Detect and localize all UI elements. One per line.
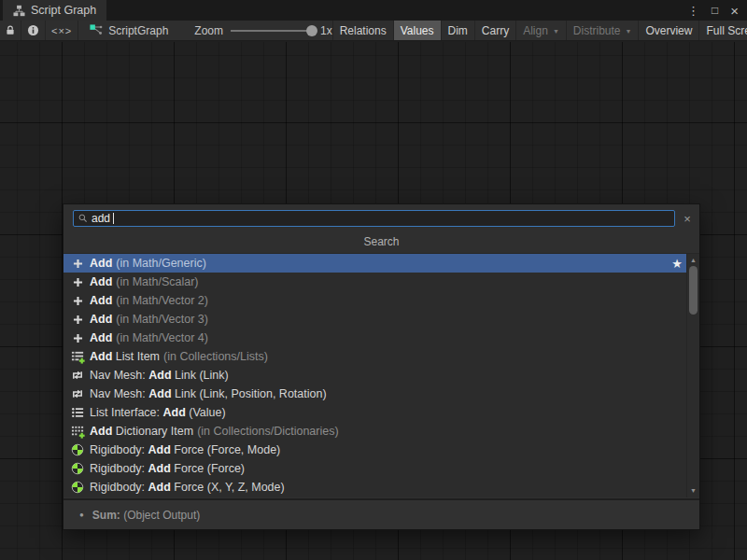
list-icon <box>70 405 85 420</box>
add-dictionary-icon <box>70 424 85 439</box>
search-value: add <box>92 212 110 225</box>
result-row[interactable]: Add List Item(in Collections/Lists) <box>63 347 699 366</box>
menu-icon[interactable]: ⋮ <box>687 5 699 17</box>
toolbar-button-relations[interactable]: Relations <box>332 21 393 40</box>
plus-icon <box>70 330 85 345</box>
result-row[interactable]: Add(in Math/Generic) ★ <box>63 254 699 273</box>
toolbar-button-full-screen[interactable]: Full Screen <box>698 21 747 40</box>
zoom-slider[interactable] <box>231 30 313 32</box>
info-icon <box>27 24 39 36</box>
plus-icon <box>70 274 85 289</box>
scrollbar-thumb[interactable] <box>689 266 698 315</box>
graph-name-label: ScriptGraph <box>108 24 168 37</box>
scrollbar[interactable]: ▲ ▼ <box>686 253 699 497</box>
result-row[interactable]: Rigidbody: Add Force (Force, Mode) <box>63 441 699 459</box>
plus-icon <box>70 256 85 271</box>
result-row[interactable]: Add Dictionary Item(in Collections/Dicti… <box>63 422 699 441</box>
chevron-down-icon: ▼ <box>553 28 559 35</box>
graph-name-breadcrumb[interactable]: ScriptGraph <box>78 21 179 40</box>
toolbar-button-align[interactable]: Align ▼ <box>515 21 566 40</box>
script-graph-window: Script Graph ⋮ □ × <box>0 0 747 560</box>
maximize-icon[interactable]: □ <box>712 5 718 16</box>
zoom-control: Zoom 1x <box>194 21 331 40</box>
nav-mesh-icon <box>70 368 85 383</box>
result-row[interactable]: Nav Mesh: Add Link (Link) <box>63 366 699 385</box>
lock-button[interactable] <box>0 21 21 40</box>
toolbar-buttons: Relations Values Dim Carry Align ▼ Distr… <box>332 21 747 40</box>
script-graph-icon <box>90 24 103 37</box>
toolbar-button-values[interactable]: Values <box>393 21 441 40</box>
result-row[interactable]: Nav Mesh: Add Link (Link, Position, Rota… <box>63 385 699 403</box>
toolbar-button-dim[interactable]: Dim <box>441 21 474 40</box>
scroll-up-icon[interactable]: ▲ <box>687 256 699 265</box>
port-bullet-icon: ● <box>79 511 84 519</box>
toolbar-button-overview[interactable]: Overview <box>638 21 698 40</box>
result-row[interactable]: Add(in Math/Scalar) <box>63 273 699 291</box>
fuzzy-finder-dialog: add × Search Add(in Math/Generic) ★ Add(… <box>63 203 700 530</box>
nav-mesh-icon <box>70 386 85 401</box>
zoom-slider-handle[interactable] <box>306 25 317 36</box>
code-icon: <×> <box>51 25 72 36</box>
favorite-star-icon[interactable]: ★ <box>671 257 683 271</box>
chevron-down-icon: ▼ <box>626 28 632 35</box>
window-controls: ⋮ □ × <box>687 0 747 21</box>
lock-icon <box>5 24 16 36</box>
result-row[interactable]: Rigidbody: Add Force (X, Y, Z, Mode) <box>63 478 699 497</box>
result-row[interactable]: Add(in Math/Vector 2) <box>63 291 699 310</box>
footer-port-name: Sum: <box>92 509 120 522</box>
selection-detail-footer: ● Sum: (Object Output) <box>63 498 699 529</box>
result-row[interactable]: Rigidbody: Add Force (Force) <box>63 459 699 478</box>
results-list: Add(in Math/Generic) ★ Add(in Math/Scala… <box>63 253 699 497</box>
zoom-value: 1x <box>320 24 332 37</box>
zoom-label: Zoom <box>194 24 223 37</box>
result-row[interactable]: Add(in Math/Vector 3) <box>63 310 699 329</box>
search-icon <box>78 213 89 224</box>
search-header-label: Search <box>63 233 699 251</box>
add-list-icon <box>70 349 85 364</box>
graph-tree-icon <box>13 5 25 17</box>
tab-label: Script Graph <box>31 4 96 17</box>
text-caret <box>113 213 114 224</box>
tab-script-graph[interactable]: Script Graph <box>3 0 106 21</box>
clear-search-button[interactable]: × <box>680 210 695 227</box>
result-row[interactable]: Add(in Math/Vector 4) <box>63 329 699 347</box>
code-view-button[interactable]: <×> <box>46 21 78 40</box>
rigidbody-icon <box>70 461 85 476</box>
close-icon[interactable]: × <box>730 4 739 18</box>
footer-port-note: (Object Output) <box>123 509 200 522</box>
plus-icon <box>70 312 85 327</box>
info-button[interactable] <box>21 21 46 40</box>
plus-icon <box>70 293 85 308</box>
rigidbody-icon <box>70 442 85 457</box>
search-input[interactable]: add <box>73 210 675 227</box>
rigidbody-icon <box>70 480 85 495</box>
tab-bar: Script Graph ⋮ □ × <box>0 0 747 21</box>
toolbar-button-carry[interactable]: Carry <box>474 21 515 40</box>
scroll-down-icon[interactable]: ▼ <box>687 486 699 496</box>
graph-toolbar: <×> ScriptGraph Zoom 1x Relations V <box>0 21 747 41</box>
result-row[interactable]: List Interface: Add (Value) <box>63 403 699 422</box>
toolbar-button-distribute[interactable]: Distribute ▼ <box>566 21 639 40</box>
